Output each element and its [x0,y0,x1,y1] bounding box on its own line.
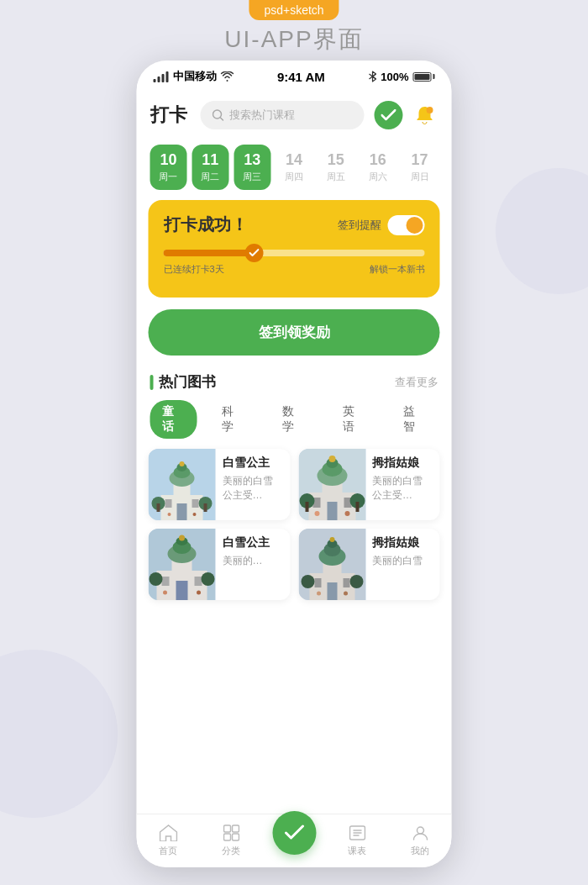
nav-home[interactable]: 首页 [137,824,200,857]
svg-point-43 [179,535,185,541]
day-num-5: 16 [363,151,393,169]
svg-point-47 [150,572,163,586]
user-icon [412,824,428,841]
progress-container: 已连续打卡3天 解锁一本新书 [164,250,425,276]
book-desc-0: 美丽的白雪公主受… [223,474,286,503]
svg-point-48 [202,572,215,586]
book-desc-2: 美丽的… [223,554,286,568]
book-title-2: 白雪公主 [223,535,286,550]
day-label-6: 周日 [405,171,435,183]
book-desc-1: 美丽的白雪公主受… [372,474,435,503]
svg-rect-16 [157,503,160,512]
list-icon [349,824,365,841]
checkin-top: 打卡成功！ 签到提醒 [164,213,425,236]
book-item-2[interactable]: 白雪公主 美丽的… [149,529,291,600]
calendar-day-0[interactable]: 10 周一 [150,145,187,190]
format-badge: psd+sketch [249,0,339,20]
book-thumb-3 [298,529,365,600]
svg-rect-45 [195,577,202,586]
nav-home-label: 首页 [159,845,177,857]
grid-icon [223,824,239,841]
calendar-day-6[interactable]: 17 周日 [402,145,438,190]
nav-schedule[interactable]: 课表 [326,824,389,857]
svg-rect-34 [355,502,359,512]
category-tab-2[interactable]: 数学 [270,400,318,439]
svg-point-20 [193,513,197,516]
search-bar[interactable]: 搜索热门课程 [201,101,365,129]
bottom-nav: 首页 分类 [137,814,452,859]
svg-point-4 [427,107,433,113]
nav-category[interactable]: 分类 [200,824,263,857]
day-label-2: 周三 [237,171,267,183]
calendar-strip: 10 周一 11 周二 13 周三 14 周四 15 周五 16 周六 [137,138,452,200]
svg-rect-59 [343,578,349,587]
category-tab-1[interactable]: 科学 [210,400,257,439]
status-time: 9:41 AM [277,70,325,84]
svg-rect-60 [327,582,337,600]
book-grid: 白雪公主 美丽的白雪公主受… [137,449,452,600]
progress-track [164,250,425,256]
svg-point-11 [180,461,185,466]
svg-rect-44 [162,577,170,586]
book-thumb-1 [298,449,365,520]
nav-icons [375,101,438,129]
reminder-toggle[interactable] [388,215,425,235]
book-info-1: 拇指姑娘 美丽的白雪公主受… [372,449,440,509]
svg-rect-46 [176,581,188,600]
checkin-card: 打卡成功！ 签到提醒 [149,200,440,298]
category-tab-3[interactable]: 英语 [331,400,378,439]
day-num-1: 11 [195,151,225,169]
day-label-5: 周六 [363,171,393,183]
nav-checkin-button[interactable] [272,811,316,855]
notification-button[interactable] [412,102,438,129]
category-tab-0[interactable]: 童话 [150,400,197,439]
book-item-3[interactable]: 拇指姑娘 美丽的白雪 [298,529,440,600]
category-tab-4[interactable]: 益智 [391,400,438,439]
svg-rect-58 [314,578,321,587]
svg-line-3 [221,118,223,120]
phone-frame: 中国移动 9:41 AM 100% [137,61,452,867]
nav-profile-label: 我的 [411,845,429,857]
svg-point-19 [168,513,171,516]
svg-rect-18 [204,503,207,512]
svg-rect-65 [223,825,230,832]
calendar-day-4[interactable]: 15 周五 [318,145,354,190]
book-info-0: 白雪公主 美丽的白雪公主受… [223,449,291,509]
svg-rect-68 [232,834,239,840]
page-title: UI-APP界面 [0,24,588,55]
day-label-1: 周二 [195,171,225,183]
calendar-day-2[interactable]: 13 周三 [234,145,270,190]
svg-rect-66 [232,825,239,832]
svg-rect-12 [165,499,172,508]
calendar-day-5[interactable]: 16 周六 [360,145,396,190]
toggle-knob [407,217,423,234]
svg-rect-30 [327,502,337,520]
day-num-6: 17 [405,151,435,169]
calendar-day-3[interactable]: 14 周四 [276,145,312,190]
app-content: 打卡 搜索热门课程 [137,89,452,859]
search-placeholder: 搜索热门课程 [229,108,295,123]
svg-rect-32 [305,502,308,512]
book-title-3: 拇指姑娘 [372,535,435,550]
book-item-0[interactable]: 白雪公主 美丽的白雪公主受… [149,449,291,520]
svg-rect-67 [223,834,230,840]
svg-point-63 [317,592,321,596]
calendar-day-1[interactable]: 11 周二 [192,145,228,190]
reminder-label: 签到提醒 [338,218,381,233]
svg-point-64 [344,592,348,596]
check-button[interactable] [375,101,403,129]
day-num-2: 13 [237,151,267,169]
see-more-link[interactable]: 查看更多 [395,375,438,390]
status-bar: 中国移动 9:41 AM 100% [137,61,452,89]
nav-profile[interactable]: 我的 [389,824,452,857]
book-item-1[interactable]: 拇指姑娘 美丽的白雪公主受… [298,449,440,520]
bluetooth-icon [368,71,376,82]
nav-checkin[interactable] [263,828,326,855]
signin-button[interactable]: 签到领奖励 [149,309,440,356]
nav-title: 打卡 [150,103,187,128]
status-right: 100% [368,71,434,83]
svg-point-73 [417,827,423,834]
progress-labels: 已连续打卡3天 解锁一本新书 [164,263,425,276]
book-title-0: 白雪公主 [223,456,286,471]
day-label-3: 周四 [279,171,309,183]
